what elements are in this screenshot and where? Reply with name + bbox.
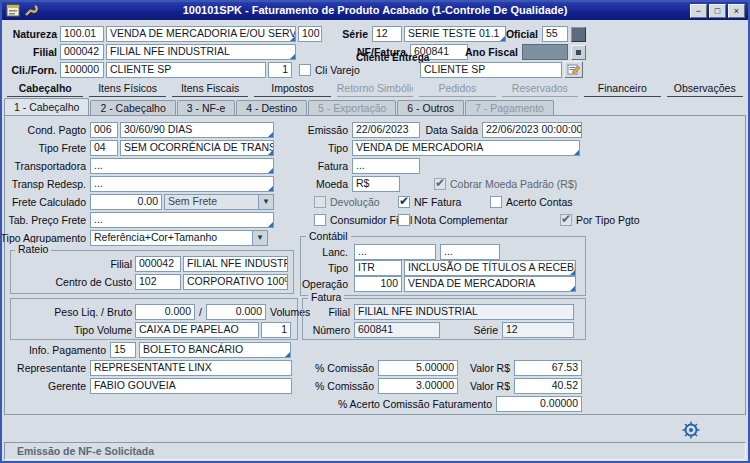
tipo-field[interactable]: VENDA DE MERCADORIA [352, 140, 580, 156]
info-pagamento-label: Info. Pagamento [29, 344, 106, 356]
transportadora-label: Transportadora [15, 160, 86, 172]
transp-redesp-field[interactable]: ... [90, 176, 274, 192]
cobrar-moeda-checkbox[interactable] [434, 178, 446, 190]
contabil-tipo-code-field[interactable]: ITR [354, 260, 402, 276]
status-text: Emissão de NF-e Solicitada [17, 445, 154, 457]
representante-label: Representante [17, 362, 86, 374]
cond-pagto-code-field[interactable]: 006 [90, 122, 118, 138]
frete-tipo-combo[interactable]: Sem Frete [164, 194, 274, 210]
info-pagamento-desc-field[interactable]: BOLETO BANCÁRIO [139, 342, 291, 358]
info-pagamento-code-field[interactable]: 15 [110, 342, 136, 358]
nf-fatura-checkbox[interactable] [398, 196, 410, 208]
rateio-filial-desc-field[interactable]: FILIAL NFE INDUSTRIAL 100% [183, 256, 288, 272]
fatura-serie-field[interactable]: 12 [502, 322, 574, 338]
cli-varejo-checkbox[interactable] [299, 64, 311, 76]
gerente-field[interactable]: FABIO GOUVEIA [90, 378, 292, 394]
subtab-6-outros[interactable]: 6 - Outros [397, 100, 464, 115]
oficial-action-button[interactable] [571, 27, 586, 42]
devolucao-label: Devolução [330, 196, 380, 208]
consumidor-final-checkbox[interactable] [314, 214, 326, 226]
lanc-field-1[interactable]: ... [354, 244, 436, 260]
serie-code-field[interactable]: 12 [372, 26, 402, 42]
nota-complementar-label: Nota Complementar [414, 214, 508, 226]
transp-redesp-label: Transp Redesp. [12, 178, 86, 190]
comissao1-field[interactable]: 5.00000 [378, 360, 458, 376]
filial-desc-field[interactable]: FILIAL NFE INDUSTRIAL [106, 44, 296, 60]
acerto-comissao-label: % Acerto Comissão Faturamento [338, 398, 492, 410]
ship-wheel-button[interactable] [682, 421, 700, 439]
cliente-entrega-field[interactable]: CLIENTE SP [420, 62, 562, 78]
tipo-agrupamento-combo[interactable]: Referência+Cor+Tamanho [90, 230, 268, 246]
rateio-filial-code-field[interactable]: 000042 [135, 256, 181, 272]
tipo-frete-desc-field[interactable]: SEM OCORRÊNCIA DE TRANSPORTE [120, 140, 274, 156]
cli-forn-desc-field[interactable]: CLIENTE SP [106, 62, 266, 78]
peso-liquido-field[interactable]: 0.000 [135, 304, 195, 320]
subtab-2-cabecalho[interactable]: 2 - Cabeçalho [90, 100, 175, 115]
fatura-filial-field[interactable]: FILIAL NFE INDUSTRIAL [354, 304, 574, 320]
natureza-code-field[interactable]: 100.01 [60, 26, 104, 42]
contabil-group-title: Contábil [306, 230, 351, 242]
natureza-extra-field[interactable]: 100 [298, 26, 322, 42]
tipo-label: Tipo [328, 142, 348, 154]
maximize-button[interactable]: □ [709, 4, 726, 18]
volumes-qty-field[interactable]: 1 [261, 322, 291, 338]
moeda-field[interactable]: R$ [352, 176, 400, 192]
nota-complementar-checkbox[interactable] [398, 214, 410, 226]
acerto-contas-checkbox[interactable] [490, 196, 502, 208]
valor1-field[interactable]: 67.53 [514, 360, 582, 376]
centro-custo-code-field[interactable]: 102 [135, 274, 181, 290]
comissao2-label: % Comissão [315, 380, 374, 392]
cli-forn-label: Cli./Forn. [12, 64, 58, 76]
devolucao-checkbox[interactable] [314, 196, 326, 208]
ano-fiscal-browse-button[interactable] [571, 45, 586, 60]
representante-field[interactable]: REPRESENTANTE LINX [90, 360, 292, 376]
lanc-label: Lanc. [322, 246, 348, 258]
frete-calculado-field[interactable]: 0.00 [90, 194, 162, 210]
data-saida-label: Data Saída [425, 124, 478, 136]
cli-forn-code-field[interactable]: 100000 [60, 62, 104, 78]
centro-custo-desc-field[interactable]: CORPORATIVO 100% [183, 274, 288, 290]
fatura-serie-label: Série [473, 324, 498, 336]
cli-forn-extra-field[interactable]: 1 [268, 62, 292, 78]
numero-field[interactable]: 600841 [354, 322, 440, 338]
valor2-field[interactable]: 40.52 [514, 378, 582, 394]
subtab-4-destino[interactable]: 4 - Destino [236, 100, 307, 115]
tab-preco-frete-field[interactable]: ... [90, 212, 274, 228]
subtab-1-cabecalho[interactable]: 1 - Cabeçalho [4, 98, 89, 115]
transportadora-field[interactable]: ... [90, 158, 274, 174]
fatura-field[interactable]: ... [352, 158, 420, 174]
tab-impostos[interactable]: Impostos [254, 82, 330, 97]
data-saida-field[interactable]: 22/06/2023 00:00:00 [482, 122, 582, 138]
valor2-label: Valor R$ [470, 380, 510, 392]
operacao-desc-field[interactable]: VENDA DE MERCADORIA [404, 276, 576, 292]
oficial-field[interactable]: 55 [542, 26, 568, 42]
operacao-code-field[interactable]: 100 [354, 276, 402, 292]
cli-varejo-label: Cli Varejo [315, 64, 360, 76]
tab-observacoes[interactable]: Observações [667, 82, 743, 97]
tab-cabecalho[interactable]: Cabeçalho [7, 82, 83, 97]
filial-code-field[interactable]: 000042 [60, 44, 104, 60]
tipo-volume-field[interactable]: CAIXA DE PAPELAO [135, 322, 259, 338]
subtab-3-nfe[interactable]: 3 - NF-e [177, 100, 236, 115]
peso-bruto-field[interactable]: 0.000 [206, 304, 266, 320]
serie-desc-field[interactable]: SERIE TESTE 01.1 [404, 26, 506, 42]
natureza-desc-field[interactable]: VENDA DE MERCADORIA E/OU SERVI [106, 26, 296, 42]
serie-label: Série [342, 28, 368, 40]
tab-financeiro[interactable]: Financeiro [584, 82, 660, 97]
comissao2-field[interactable]: 3.00000 [378, 378, 458, 394]
lanc-field-2[interactable]: ... [440, 244, 500, 260]
cond-pagto-desc-field[interactable]: 30/60/90 DIAS [120, 122, 274, 138]
tab-itens-fiscais[interactable]: Itens Fiscais [172, 82, 248, 97]
close-button[interactable]: × [728, 4, 745, 18]
emissao-field[interactable]: 22/06/2023 [352, 122, 420, 138]
minimize-button[interactable]: − [690, 4, 707, 18]
acerto-comissao-field[interactable]: 0.00000 [496, 396, 582, 412]
ano-fiscal-field[interactable] [522, 44, 568, 60]
tab-itens-fisicos[interactable]: Itens Físicos [89, 82, 165, 97]
main-tab-bar: Cabeçalho Itens Físicos Itens Fiscais Im… [4, 82, 746, 97]
tipo-frete-code-field[interactable]: 04 [90, 140, 118, 156]
cliente-entrega-edit-button[interactable] [564, 61, 583, 78]
tools-wrench-icon [24, 4, 38, 19]
por-tipo-pgto-checkbox[interactable] [560, 214, 572, 226]
contabil-tipo-desc-field[interactable]: INCLUSÃO DE TÍTULOS A RECEBER [404, 260, 576, 276]
